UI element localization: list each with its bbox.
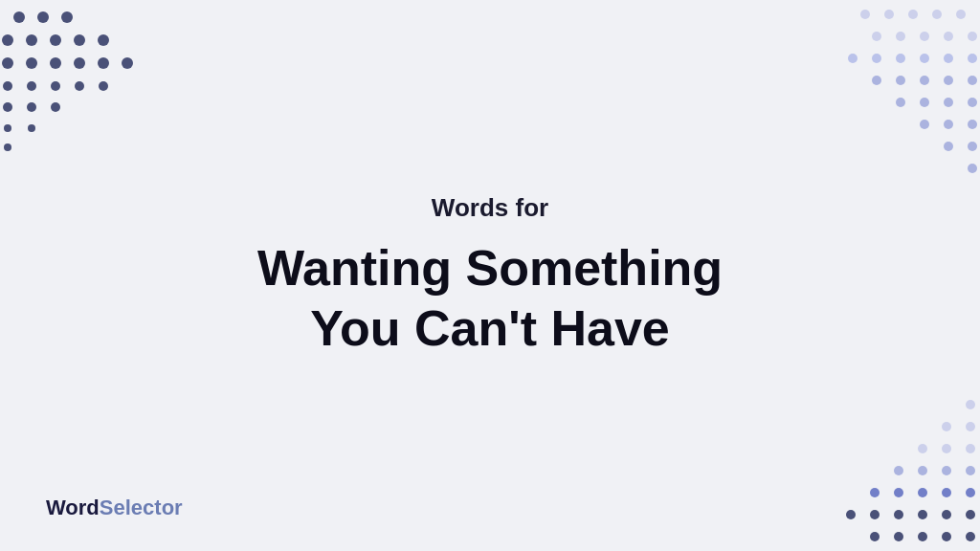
svg-point-19 (3, 102, 12, 112)
svg-point-4 (26, 34, 37, 46)
svg-point-57 (942, 532, 951, 541)
logo-selector-part: Selector (100, 496, 183, 519)
svg-point-73 (942, 466, 951, 475)
svg-point-35 (968, 54, 977, 63)
svg-point-69 (918, 488, 927, 497)
main-title-line1: Wanting Something (257, 240, 723, 296)
svg-point-53 (968, 142, 977, 151)
svg-point-67 (966, 488, 975, 497)
svg-point-54 (944, 142, 953, 151)
svg-point-37 (920, 54, 929, 63)
svg-point-64 (894, 510, 903, 519)
svg-point-68 (942, 488, 951, 497)
svg-point-24 (4, 143, 11, 151)
svg-point-72 (966, 466, 975, 475)
svg-point-51 (944, 120, 953, 129)
svg-point-66 (846, 510, 856, 519)
svg-point-15 (27, 81, 36, 91)
page-container: Words for Wanting Something You Can't Ha… (0, 0, 980, 551)
svg-point-6 (74, 34, 85, 46)
svg-point-17 (75, 81, 84, 91)
svg-point-75 (894, 466, 903, 475)
svg-point-61 (966, 510, 975, 519)
svg-point-29 (860, 10, 870, 19)
svg-point-44 (896, 76, 905, 85)
subtitle-text: Words for (257, 193, 723, 223)
svg-point-1 (37, 11, 49, 23)
svg-point-60 (870, 532, 880, 541)
svg-point-25 (956, 10, 966, 19)
main-title: Wanting Something You Can't Have (257, 238, 723, 358)
dots-top-right-decoration (769, 0, 980, 210)
logo-word-part: Word (46, 496, 100, 519)
svg-point-31 (944, 32, 953, 41)
svg-point-2 (61, 11, 73, 23)
dots-bottom-right-decoration (789, 379, 980, 551)
svg-point-32 (920, 32, 929, 41)
svg-point-62 (942, 510, 951, 519)
svg-point-46 (968, 98, 977, 107)
svg-point-14 (3, 81, 12, 91)
svg-point-18 (99, 81, 108, 91)
svg-point-50 (968, 120, 977, 129)
svg-point-3 (2, 34, 13, 46)
svg-point-9 (26, 57, 37, 69)
svg-point-65 (870, 510, 880, 519)
svg-point-11 (74, 57, 85, 69)
svg-point-56 (966, 532, 975, 541)
svg-point-81 (966, 400, 975, 409)
svg-point-21 (51, 102, 60, 112)
svg-point-5 (50, 34, 61, 46)
svg-point-74 (918, 466, 927, 475)
svg-point-45 (872, 76, 881, 85)
svg-point-58 (918, 532, 927, 541)
svg-point-7 (98, 34, 109, 46)
svg-point-34 (872, 32, 881, 41)
svg-point-48 (920, 98, 929, 107)
svg-point-71 (870, 488, 880, 497)
svg-point-76 (966, 444, 975, 453)
svg-point-42 (944, 76, 953, 85)
svg-point-0 (13, 11, 25, 23)
svg-point-26 (932, 10, 942, 19)
svg-point-23 (28, 124, 35, 132)
dots-top-left-decoration (0, 0, 172, 191)
svg-point-78 (918, 444, 927, 453)
svg-point-30 (968, 32, 977, 41)
svg-point-22 (4, 124, 11, 132)
svg-point-16 (51, 81, 60, 91)
svg-point-13 (122, 57, 133, 69)
svg-point-39 (872, 54, 881, 63)
svg-point-70 (894, 488, 903, 497)
svg-point-8 (2, 57, 13, 69)
svg-point-10 (50, 57, 61, 69)
svg-point-63 (918, 510, 927, 519)
svg-point-43 (920, 76, 929, 85)
main-content: Words for Wanting Something You Can't Ha… (257, 193, 723, 358)
main-title-line2: You Can't Have (310, 300, 669, 356)
svg-point-49 (896, 98, 905, 107)
svg-point-80 (942, 422, 951, 431)
svg-point-40 (848, 54, 858, 63)
svg-point-59 (894, 532, 903, 541)
svg-point-52 (920, 120, 929, 129)
svg-point-47 (944, 98, 953, 107)
svg-point-38 (896, 54, 905, 63)
svg-point-55 (968, 164, 977, 173)
svg-point-20 (27, 102, 36, 112)
svg-point-77 (942, 444, 951, 453)
svg-point-79 (966, 422, 975, 431)
logo: WordSelector (46, 496, 183, 520)
svg-point-36 (944, 54, 953, 63)
svg-point-12 (98, 57, 109, 69)
svg-point-28 (884, 10, 894, 19)
svg-point-41 (968, 76, 977, 85)
svg-point-33 (896, 32, 905, 41)
svg-point-27 (908, 10, 918, 19)
